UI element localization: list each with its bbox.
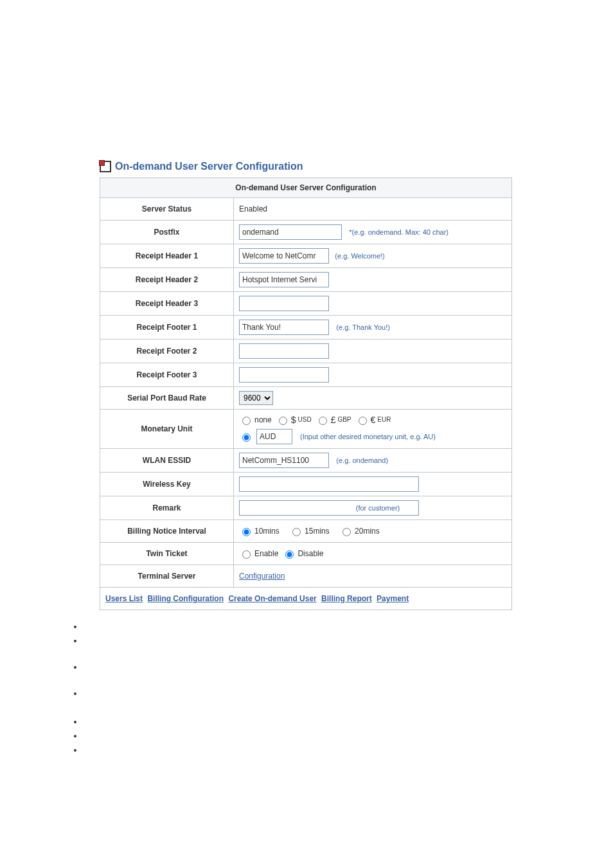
billing-20mins-text: 20mins xyxy=(355,525,380,538)
receipt-footer-1-hint: (e.g. Thank You!) xyxy=(336,323,390,331)
monetary-unit-label: Monetary Unit xyxy=(100,410,234,449)
wireless-key-input[interactable] xyxy=(239,476,419,492)
wlan-essid-hint: (e.g. ondemand) xyxy=(336,457,388,464)
list-item xyxy=(83,686,513,714)
list-item xyxy=(83,619,513,633)
wireless-key-label: Wireless Key xyxy=(100,473,234,496)
receipt-footer-3-label: Receipt Footer 3 xyxy=(100,363,234,387)
server-status-label: Server Status xyxy=(100,198,234,221)
gbp-text: GBP xyxy=(337,413,351,426)
wlan-essid-label: WLAN ESSID xyxy=(100,449,234,473)
monetary-none-radio[interactable] xyxy=(242,417,251,425)
create-on-demand-user-link[interactable]: Create On-demand User xyxy=(228,594,316,603)
receipt-footer-3-input[interactable] xyxy=(239,367,329,383)
terminal-configuration-link[interactable]: Configuration xyxy=(239,572,285,581)
monetary-none-text: none xyxy=(254,413,272,426)
list-item xyxy=(83,714,513,728)
billing-report-link[interactable]: Billing Report xyxy=(321,594,372,603)
receipt-footer-1-input[interactable] xyxy=(239,320,329,335)
monetary-other-radio[interactable] xyxy=(242,433,251,442)
server-status-value: Enabled xyxy=(234,198,512,221)
baud-rate-label: Serial Port Baud Rate xyxy=(100,387,234,410)
remark-input[interactable] xyxy=(239,500,419,516)
wlan-essid-input[interactable] xyxy=(239,453,329,468)
receipt-header-2-input[interactable] xyxy=(239,272,329,287)
remark-label: Remark xyxy=(100,496,234,520)
billing-interval-label: Billing Notice Interval xyxy=(100,520,234,543)
billing-10mins-radio[interactable] xyxy=(242,528,251,536)
receipt-header-3-label: Receipt Header 3 xyxy=(100,292,234,316)
monetary-eur-radio[interactable] xyxy=(359,417,367,425)
payment-link[interactable]: Payment xyxy=(377,594,409,603)
usd-text: USD xyxy=(298,413,312,426)
table-caption: On-demand User Server Configuration xyxy=(100,178,512,198)
terminal-server-label: Terminal Server xyxy=(100,565,234,588)
postfix-input[interactable] xyxy=(239,224,342,240)
config-table: On-demand User Server Configuration Serv… xyxy=(100,177,512,610)
billing-configuration-link[interactable]: Billing Configuration xyxy=(147,594,224,603)
monetary-other-hint: (Input other desired monetary unit, e.g.… xyxy=(300,430,436,443)
monetary-usd-radio[interactable] xyxy=(279,417,287,425)
list-item xyxy=(83,647,513,686)
receipt-header-2-label: Receipt Header 2 xyxy=(100,268,234,292)
twin-disable-radio[interactable] xyxy=(285,550,294,559)
receipt-header-1-input[interactable] xyxy=(239,248,329,264)
postfix-hint: *(e.g. ondemand. Max: 40 char) xyxy=(349,228,449,236)
receipt-footer-2-input[interactable] xyxy=(239,343,329,359)
twin-ticket-label: Twin Ticket xyxy=(100,543,234,565)
users-list-link[interactable]: Users List xyxy=(105,594,143,603)
monetary-gbp-radio[interactable] xyxy=(319,417,327,425)
receipt-footer-2-label: Receipt Footer 2 xyxy=(100,339,234,363)
monetary-other-input[interactable] xyxy=(256,429,292,444)
receipt-header-1-label: Receipt Header 1 xyxy=(100,244,234,268)
page-title: On-demand User Server Configuration xyxy=(115,161,303,172)
eur-symbol: € xyxy=(371,413,376,426)
gbp-symbol: £ xyxy=(331,413,336,426)
list-item xyxy=(83,743,513,757)
baud-rate-select[interactable]: 9600 xyxy=(239,391,273,405)
twin-enable-text: Enable xyxy=(254,547,278,560)
usd-symbol: $ xyxy=(291,413,296,426)
config-icon xyxy=(100,161,111,172)
billing-15mins-text: 15mins xyxy=(305,525,330,538)
twin-disable-text: Disable xyxy=(298,547,323,560)
twin-enable-radio[interactable] xyxy=(242,550,251,559)
receipt-header-1-hint: (e.g. Welcome!) xyxy=(335,252,384,260)
eur-text: EUR xyxy=(377,413,391,426)
postfix-label: Postfix xyxy=(100,221,234,244)
receipt-footer-1-label: Receipt Footer 1 xyxy=(100,316,234,339)
billing-15mins-radio[interactable] xyxy=(292,528,301,536)
billing-10mins-text: 10mins xyxy=(254,525,280,538)
receipt-header-3-input[interactable] xyxy=(239,296,329,311)
list-item xyxy=(83,633,513,647)
billing-20mins-radio[interactable] xyxy=(342,528,351,536)
list-item xyxy=(83,728,513,743)
